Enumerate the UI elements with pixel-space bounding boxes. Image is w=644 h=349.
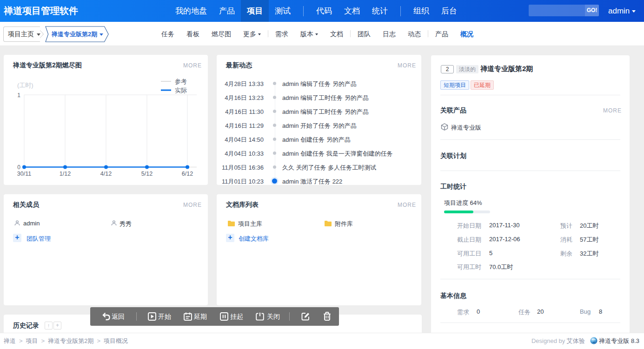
svg-text:实际: 实际 [175,87,187,94]
svg-text:30/11: 30/11 [17,171,31,177]
svg-text:1/12: 1/12 [60,171,71,177]
svg-text:1: 1 [17,92,20,99]
svg-text:6/12: 6/12 [182,171,193,177]
svg-text:(工时): (工时) [17,82,33,89]
svg-text:5/12: 5/12 [141,171,153,177]
svg-text:参考: 参考 [175,78,187,85]
svg-text:0: 0 [17,164,20,171]
svg-text:4/12: 4/12 [100,171,112,177]
